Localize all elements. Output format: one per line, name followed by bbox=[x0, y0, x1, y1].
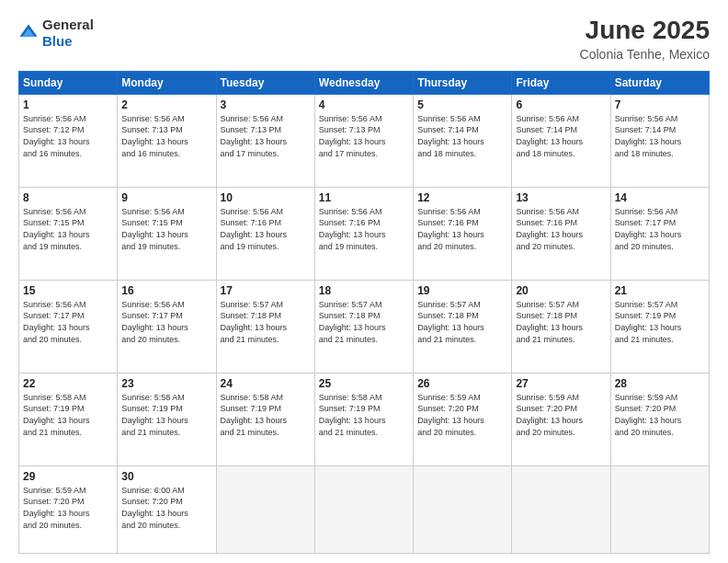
main-title: June 2025 bbox=[580, 17, 710, 45]
calendar-week-3: 22Sunrise: 5:58 AM Sunset: 7:19 PM Dayli… bbox=[19, 373, 710, 465]
day-number: 9 bbox=[121, 191, 211, 204]
day-number: 5 bbox=[417, 98, 507, 111]
day-number: 12 bbox=[417, 191, 507, 204]
day-number: 8 bbox=[23, 191, 113, 204]
day-number: 28 bbox=[615, 377, 705, 390]
day-info: Sunrise: 5:56 AM Sunset: 7:17 PM Dayligh… bbox=[121, 299, 211, 345]
calendar-header-sunday: Sunday bbox=[19, 71, 118, 94]
calendar-cell: 16Sunrise: 5:56 AM Sunset: 7:17 PM Dayli… bbox=[118, 280, 216, 373]
calendar-cell bbox=[512, 465, 610, 553]
day-number: 7 bbox=[615, 98, 705, 111]
calendar-cell: 26Sunrise: 5:59 AM Sunset: 7:20 PM Dayli… bbox=[414, 373, 512, 465]
day-info: Sunrise: 5:58 AM Sunset: 7:19 PM Dayligh… bbox=[319, 392, 409, 438]
calendar-cell: 10Sunrise: 5:56 AM Sunset: 7:16 PM Dayli… bbox=[216, 187, 314, 280]
day-number: 10 bbox=[221, 191, 311, 204]
page: General Blue June 2025 Colonia Tenhe, Me… bbox=[0, 0, 728, 563]
day-info: Sunrise: 5:56 AM Sunset: 7:15 PM Dayligh… bbox=[23, 206, 113, 252]
calendar-cell bbox=[610, 465, 709, 553]
calendar-cell: 9Sunrise: 5:56 AM Sunset: 7:15 PM Daylig… bbox=[118, 187, 216, 280]
day-info: Sunrise: 5:57 AM Sunset: 7:18 PM Dayligh… bbox=[221, 299, 311, 345]
calendar-cell: 17Sunrise: 5:57 AM Sunset: 7:18 PM Dayli… bbox=[216, 280, 314, 373]
logo-blue: Blue bbox=[42, 33, 73, 49]
day-info: Sunrise: 5:56 AM Sunset: 7:14 PM Dayligh… bbox=[516, 113, 606, 159]
day-info: Sunrise: 5:58 AM Sunset: 7:19 PM Dayligh… bbox=[121, 392, 211, 438]
day-number: 21 bbox=[615, 284, 705, 297]
day-number: 18 bbox=[319, 284, 409, 297]
calendar-cell bbox=[414, 465, 512, 553]
day-info: Sunrise: 5:56 AM Sunset: 7:13 PM Dayligh… bbox=[319, 113, 409, 159]
day-info: Sunrise: 5:56 AM Sunset: 7:16 PM Dayligh… bbox=[221, 206, 311, 252]
calendar-header-saturday: Saturday bbox=[610, 71, 709, 94]
day-info: Sunrise: 5:57 AM Sunset: 7:18 PM Dayligh… bbox=[516, 299, 606, 345]
day-number: 14 bbox=[615, 191, 705, 204]
calendar-cell bbox=[216, 465, 314, 553]
day-number: 1 bbox=[23, 98, 113, 111]
title-block: June 2025 Colonia Tenhe, Mexico bbox=[580, 17, 710, 62]
day-number: 17 bbox=[221, 284, 311, 297]
calendar-cell: 8Sunrise: 5:56 AM Sunset: 7:15 PM Daylig… bbox=[19, 187, 118, 280]
day-info: Sunrise: 5:59 AM Sunset: 7:20 PM Dayligh… bbox=[516, 392, 606, 438]
calendar-header-friday: Friday bbox=[512, 71, 610, 94]
day-number: 13 bbox=[516, 191, 606, 204]
day-info: Sunrise: 5:56 AM Sunset: 7:15 PM Dayligh… bbox=[121, 206, 211, 252]
day-info: Sunrise: 5:57 AM Sunset: 7:18 PM Dayligh… bbox=[319, 299, 409, 345]
logo-icon bbox=[18, 23, 39, 43]
day-number: 27 bbox=[516, 377, 606, 390]
logo-general: General bbox=[42, 17, 94, 32]
calendar-cell: 27Sunrise: 5:59 AM Sunset: 7:20 PM Dayli… bbox=[512, 373, 610, 465]
header: General Blue June 2025 Colonia Tenhe, Me… bbox=[18, 17, 710, 62]
calendar-cell: 20Sunrise: 5:57 AM Sunset: 7:18 PM Dayli… bbox=[512, 280, 610, 373]
calendar-cell bbox=[314, 465, 413, 553]
day-info: Sunrise: 5:58 AM Sunset: 7:19 PM Dayligh… bbox=[221, 392, 311, 438]
day-info: Sunrise: 5:59 AM Sunset: 7:20 PM Dayligh… bbox=[615, 392, 705, 438]
calendar-cell: 30Sunrise: 6:00 AM Sunset: 7:20 PM Dayli… bbox=[118, 465, 216, 553]
calendar-cell: 29Sunrise: 5:59 AM Sunset: 7:20 PM Dayli… bbox=[19, 465, 118, 553]
calendar-cell: 18Sunrise: 5:57 AM Sunset: 7:18 PM Dayli… bbox=[314, 280, 413, 373]
day-info: Sunrise: 5:56 AM Sunset: 7:14 PM Dayligh… bbox=[615, 113, 705, 159]
day-info: Sunrise: 5:57 AM Sunset: 7:19 PM Dayligh… bbox=[615, 299, 705, 345]
day-number: 2 bbox=[121, 98, 211, 111]
calendar-cell: 25Sunrise: 5:58 AM Sunset: 7:19 PM Dayli… bbox=[314, 373, 413, 465]
calendar-cell: 21Sunrise: 5:57 AM Sunset: 7:19 PM Dayli… bbox=[610, 280, 709, 373]
day-number: 23 bbox=[121, 377, 211, 390]
day-number: 30 bbox=[121, 470, 211, 483]
calendar-cell: 2Sunrise: 5:56 AM Sunset: 7:13 PM Daylig… bbox=[118, 94, 216, 187]
calendar-cell: 23Sunrise: 5:58 AM Sunset: 7:19 PM Dayli… bbox=[118, 373, 216, 465]
day-number: 4 bbox=[319, 98, 409, 111]
calendar-table: SundayMondayTuesdayWednesdayThursdayFrid… bbox=[18, 71, 710, 554]
calendar-cell: 15Sunrise: 5:56 AM Sunset: 7:17 PM Dayli… bbox=[19, 280, 118, 373]
logo-text: General Blue bbox=[42, 17, 94, 50]
calendar-cell: 6Sunrise: 5:56 AM Sunset: 7:14 PM Daylig… bbox=[512, 94, 610, 187]
calendar-cell: 12Sunrise: 5:56 AM Sunset: 7:16 PM Dayli… bbox=[414, 187, 512, 280]
calendar-week-4: 29Sunrise: 5:59 AM Sunset: 7:20 PM Dayli… bbox=[19, 465, 710, 553]
day-info: Sunrise: 5:56 AM Sunset: 7:16 PM Dayligh… bbox=[319, 206, 409, 252]
calendar-cell: 3Sunrise: 5:56 AM Sunset: 7:13 PM Daylig… bbox=[216, 94, 314, 187]
day-number: 6 bbox=[516, 98, 606, 111]
calendar-cell: 19Sunrise: 5:57 AM Sunset: 7:18 PM Dayli… bbox=[414, 280, 512, 373]
day-info: Sunrise: 5:56 AM Sunset: 7:14 PM Dayligh… bbox=[417, 113, 507, 159]
day-number: 11 bbox=[319, 191, 409, 204]
day-number: 24 bbox=[221, 377, 311, 390]
day-number: 16 bbox=[121, 284, 211, 297]
day-info: Sunrise: 5:56 AM Sunset: 7:16 PM Dayligh… bbox=[417, 206, 507, 252]
day-info: Sunrise: 5:58 AM Sunset: 7:19 PM Dayligh… bbox=[23, 392, 113, 438]
calendar-cell: 13Sunrise: 5:56 AM Sunset: 7:16 PM Dayli… bbox=[512, 187, 610, 280]
day-info: Sunrise: 5:59 AM Sunset: 7:20 PM Dayligh… bbox=[23, 485, 113, 531]
calendar-cell: 5Sunrise: 5:56 AM Sunset: 7:14 PM Daylig… bbox=[414, 94, 512, 187]
calendar-cell: 7Sunrise: 5:56 AM Sunset: 7:14 PM Daylig… bbox=[610, 94, 709, 187]
day-info: Sunrise: 5:56 AM Sunset: 7:16 PM Dayligh… bbox=[516, 206, 606, 252]
subtitle: Colonia Tenhe, Mexico bbox=[580, 47, 710, 62]
day-info: Sunrise: 5:56 AM Sunset: 7:17 PM Dayligh… bbox=[615, 206, 705, 252]
calendar-cell: 28Sunrise: 5:59 AM Sunset: 7:20 PM Dayli… bbox=[610, 373, 709, 465]
calendar-cell: 24Sunrise: 5:58 AM Sunset: 7:19 PM Dayli… bbox=[216, 373, 314, 465]
calendar-week-0: 1Sunrise: 5:56 AM Sunset: 7:12 PM Daylig… bbox=[19, 94, 710, 187]
day-number: 3 bbox=[221, 98, 311, 111]
calendar-header-row: SundayMondayTuesdayWednesdayThursdayFrid… bbox=[19, 71, 710, 94]
day-info: Sunrise: 5:56 AM Sunset: 7:17 PM Dayligh… bbox=[23, 299, 113, 345]
calendar-header-tuesday: Tuesday bbox=[216, 71, 314, 94]
calendar-cell: 4Sunrise: 5:56 AM Sunset: 7:13 PM Daylig… bbox=[314, 94, 413, 187]
logo: General Blue bbox=[18, 17, 94, 50]
calendar-cell: 11Sunrise: 5:56 AM Sunset: 7:16 PM Dayli… bbox=[314, 187, 413, 280]
day-number: 15 bbox=[23, 284, 113, 297]
calendar-week-1: 8Sunrise: 5:56 AM Sunset: 7:15 PM Daylig… bbox=[19, 187, 710, 280]
